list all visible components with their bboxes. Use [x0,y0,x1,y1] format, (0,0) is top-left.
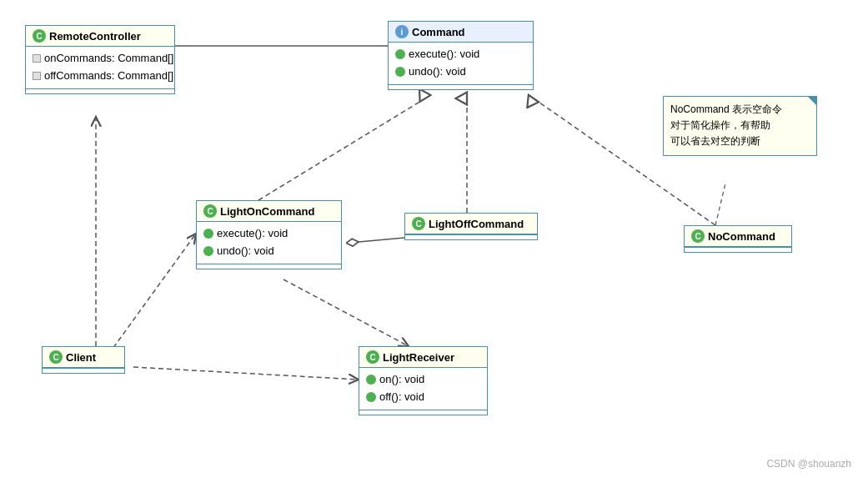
remote-controller-title: RemoteController [49,30,141,43]
light-off-command-header: C LightOffCommand [405,214,537,234]
svg-line-6 [133,367,359,380]
method-icon [203,229,213,239]
client-title: Client [66,351,96,364]
command-box: i Command execute(): void undo(): void [388,21,534,90]
class-icon: C [366,350,379,364]
client-box: C Client [42,346,125,374]
svg-line-9 [715,184,725,225]
field-text: offCommands: Command[] [44,68,173,85]
remote-controller-footer [26,88,174,93]
remote-controller-header: C RemoteController [26,26,174,47]
svg-line-8 [283,279,409,346]
field-text: undo(): void [409,63,466,81]
client-footer [43,368,124,373]
light-receiver-box: C LightReceiver on(): void off(): void [359,346,488,415]
light-off-command-title: LightOffCommand [429,218,524,230]
command-body: execute(): void undo(): void [389,43,533,84]
note-box: NoCommand 表示空命令对于简化操作，有帮助可以省去对空的判断 [663,96,817,156]
remote-controller-box: C RemoteController onCommands: Command[]… [25,25,175,94]
class-icon: C [203,204,217,218]
no-command-box: C NoCommand [684,225,792,253]
light-on-command-body: execute(): void undo(): void [197,222,341,264]
class-icon: C [412,217,425,230]
field-text: execute(): void [217,225,288,243]
method-icon [203,246,213,256]
svg-line-7 [359,238,404,242]
no-command-header: C NoCommand [685,226,791,247]
no-command-title: NoCommand [708,230,775,243]
field-row: offCommands: Command[] [33,68,168,85]
light-receiver-title: LightReceiver [383,351,454,364]
field-icon [33,72,41,80]
class-icon: C [691,229,705,243]
field-row: on(): void [366,371,480,389]
field-row: undo(): void [203,243,334,260]
field-row: execute(): void [395,46,526,63]
light-on-command-header: C LightOnCommand [197,201,341,222]
no-command-footer [685,247,791,252]
svg-line-5 [108,234,196,355]
svg-line-1 [258,98,425,200]
light-off-command-box: C LightOffCommand [404,213,538,240]
method-icon [395,49,405,59]
method-icon [366,375,376,385]
field-text: off(): void [379,389,424,406]
field-row: execute(): void [203,225,334,243]
client-header: C Client [43,347,124,368]
method-icon [395,67,405,77]
command-footer [389,84,533,89]
light-on-command-box: C LightOnCommand execute(): void undo():… [196,200,342,269]
field-text: onCommands: Command[] [44,50,173,68]
command-title: Command [412,26,465,38]
interface-icon: i [395,25,409,38]
command-header: i Command [389,22,533,43]
note-text: NoCommand 表示空命令对于简化操作，有帮助可以省去对空的判断 [670,103,782,147]
light-receiver-footer [359,410,487,415]
class-icon: C [49,350,63,364]
watermark: CSDN @shouanzh [766,458,851,470]
class-icon: C [33,29,46,43]
remote-controller-body: onCommands: Command[] offCommands: Comma… [26,47,174,88]
field-text: execute(): void [409,46,479,63]
light-on-command-footer [197,264,341,269]
field-row: undo(): void [395,63,526,81]
field-text: on(): void [379,371,424,389]
field-row: onCommands: Command[] [33,50,168,68]
light-receiver-body: on(): void off(): void [359,368,487,410]
field-text: undo(): void [217,243,274,260]
light-on-command-title: LightOnCommand [220,205,314,218]
light-receiver-header: C LightReceiver [359,347,487,368]
method-icon [366,392,376,402]
light-off-command-footer [405,234,537,239]
field-icon [33,54,41,63]
field-row: off(): void [366,389,480,406]
